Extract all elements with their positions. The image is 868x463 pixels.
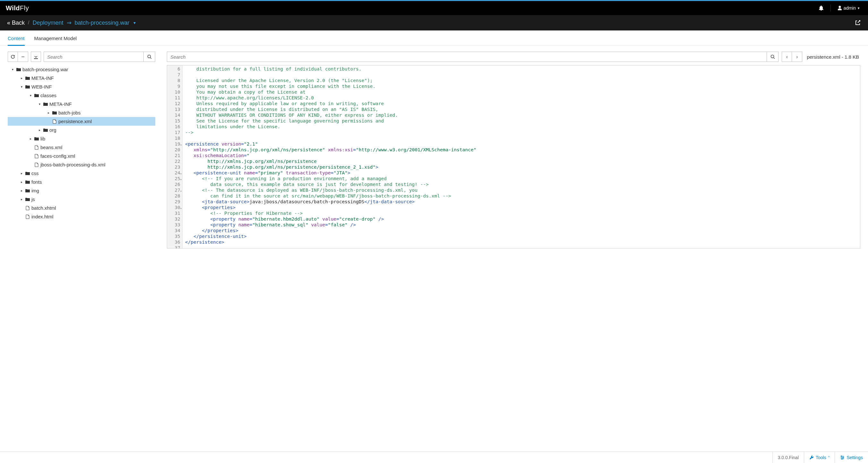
editor-gutter: 678910111213141516171819▾2021222324▾25▾2… (167, 65, 183, 248)
breadcrumb-bar: « Back / Deployment ⇒ batch-processing.w… (0, 15, 868, 30)
chevron-down-icon: ▾ (858, 6, 860, 10)
external-link-icon (855, 20, 861, 26)
folder-icon (24, 180, 31, 184)
folder-icon (24, 189, 31, 193)
expand-toggle-icon[interactable]: ▸ (19, 189, 24, 192)
tree-item-org[interactable]: ▸ org (8, 126, 155, 134)
search-next-button[interactable]: › (792, 52, 802, 62)
right-pane: ‹ › persistence.xml - 1.8 KB 67891011121… (167, 52, 860, 249)
user-name: admin (844, 5, 856, 10)
collapse-button[interactable]: − (18, 52, 28, 62)
folder-icon (24, 198, 31, 201)
expand-toggle-icon[interactable]: ▾ (28, 94, 33, 97)
file-icon (51, 119, 58, 124)
expand-toggle-icon[interactable]: ▸ (19, 180, 24, 184)
tree-item-index-html[interactable]: index.html (8, 212, 155, 221)
left-toolbar: − (8, 52, 155, 62)
minus-icon: − (21, 54, 25, 60)
code-editor[interactable]: 678910111213141516171819▾2021222324▾25▾2… (167, 65, 860, 249)
expand-toggle-icon[interactable]: ▸ (45, 111, 51, 114)
expand-toggle-icon[interactable]: ▸ (28, 137, 33, 140)
tree-item-classes-meta-inf[interactable]: ▾ META-INF (8, 100, 155, 108)
folder-icon (16, 68, 22, 71)
expand-toggle-icon[interactable]: ▸ (37, 128, 42, 132)
tree-item-faces-config-xml[interactable]: faces-config.xml (8, 152, 155, 160)
tree-item-img[interactable]: ▸ img (8, 186, 155, 195)
tree-item-batch-jobs[interactable]: ▸ batch-jobs (8, 108, 155, 117)
tabs: Content Management Model (0, 31, 868, 46)
breadcrumb-deployment[interactable]: Deployment (32, 20, 63, 26)
breadcrumb: « Back / Deployment ⇒ batch-processing.w… (7, 19, 136, 26)
code-search-input[interactable] (167, 52, 767, 62)
editor-code: distribution for a full listing of indiv… (183, 65, 860, 248)
tree-item-beans-xml[interactable]: beans.xml (8, 143, 155, 152)
folder-icon (51, 111, 58, 115)
tab-content[interactable]: Content (8, 31, 25, 46)
right-toolbar: ‹ › persistence.xml - 1.8 KB (167, 52, 860, 62)
tree-search-button[interactable] (144, 52, 155, 62)
user-icon (838, 6, 842, 10)
file-icon (24, 206, 31, 210)
tree-search-input[interactable] (43, 52, 144, 62)
back-link[interactable]: « Back (7, 20, 25, 26)
tree-item-meta-inf[interactable]: ▸ META-INF (8, 74, 155, 82)
tree-item-js[interactable]: ▸ js (8, 195, 155, 204)
notifications-button[interactable] (816, 3, 826, 12)
expand-toggle-icon[interactable]: ▾ (37, 102, 42, 106)
download-icon (34, 55, 38, 59)
folder-icon (33, 94, 40, 97)
topbar: WildFly admin ▾ (0, 1, 868, 15)
tab-management-model[interactable]: Management Model (34, 31, 77, 45)
expand-toggle-icon[interactable]: ▾ (19, 85, 24, 89)
bell-icon (819, 5, 824, 10)
expand-toggle-icon[interactable]: ▸ (19, 198, 24, 201)
open-external-button[interactable] (855, 20, 861, 26)
folder-icon (42, 128, 49, 132)
tree-item-web-inf[interactable]: ▾ WEB-INF (8, 82, 155, 91)
expand-toggle-icon[interactable]: ▸ (19, 171, 24, 175)
brand: WildFly (6, 4, 29, 12)
file-tree: ▾ batch-processing.war ▸ META-INF ▾ WEB-… (8, 65, 155, 221)
tree-item-root[interactable]: ▾ batch-processing.war (8, 65, 155, 74)
folder-icon (24, 85, 31, 89)
tree-item-fonts[interactable]: ▸ fonts (8, 178, 155, 186)
folder-icon (24, 171, 31, 175)
file-icon (24, 214, 31, 219)
search-icon (771, 55, 775, 59)
chevron-left-icon: ‹ (786, 54, 788, 59)
folder-icon (33, 137, 40, 141)
folder-icon (24, 76, 31, 80)
tree-item-classes[interactable]: ▾ classes (8, 91, 155, 100)
search-icon (147, 55, 152, 59)
svg-point-0 (148, 55, 150, 58)
expand-toggle-icon[interactable]: ▸ (19, 76, 24, 80)
code-search-button[interactable] (767, 52, 778, 62)
breadcrumb-arrow: ⇒ (67, 19, 71, 26)
left-pane: − ▾ batch-processing.war ▸ META-INF (8, 52, 155, 249)
refresh-icon (10, 55, 15, 59)
refresh-button[interactable] (8, 52, 18, 62)
search-prev-button[interactable]: ‹ (782, 52, 792, 62)
breadcrumb-current[interactable]: batch-processing.war (75, 20, 130, 26)
expand-toggle-icon[interactable]: ▾ (10, 68, 16, 71)
tree-item-lib[interactable]: ▸ lib (8, 134, 155, 143)
tree-item-css[interactable]: ▸ css (8, 169, 155, 178)
tree-item-jboss-ds-xml[interactable]: jboss-batch-processing-ds.xml (8, 160, 155, 169)
file-icon (33, 154, 40, 158)
file-info-label: persistence.xml - 1.8 KB (805, 54, 860, 60)
download-button[interactable] (31, 52, 41, 62)
tree-item-persistence-xml[interactable]: persistence.xml (8, 117, 155, 126)
svg-point-1 (771, 55, 774, 58)
file-icon (33, 163, 40, 167)
breadcrumb-dropdown[interactable]: ▾ (133, 20, 136, 25)
tree-item-batch-xhtml[interactable]: batch.xhtml (8, 204, 155, 212)
file-icon (33, 145, 40, 150)
topbar-separator (831, 4, 831, 11)
user-menu[interactable]: admin ▾ (835, 3, 862, 12)
folder-icon (42, 102, 49, 106)
chevron-right-icon: › (797, 54, 798, 59)
breadcrumb-separator: / (28, 20, 29, 26)
